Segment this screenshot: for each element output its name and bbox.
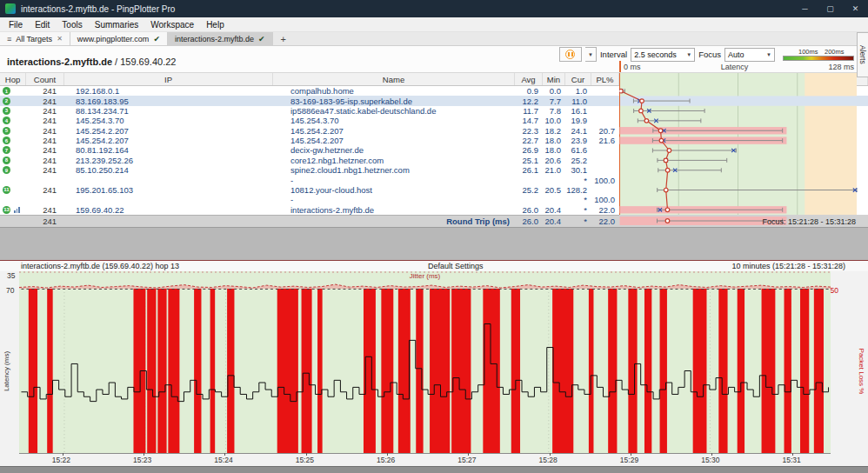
count-cell: 241: [26, 96, 64, 105]
ip-cell: 213.239.252.26: [64, 156, 273, 165]
trace-row-hop-3[interactable]: 324188.134.234.71ip5886ea47.static.kabel…: [0, 106, 868, 116]
hop-number-badge: 2: [3, 97, 10, 105]
ip-cell: 145.254.3.70: [64, 116, 273, 125]
cur-cell: 61.6: [565, 145, 591, 155]
ip-cell: 159.69.40.22: [64, 205, 273, 215]
alerts-side-tab[interactable]: Alerts: [857, 32, 868, 77]
menu-workspace[interactable]: Workspace: [144, 20, 200, 30]
trace-row-hop-6[interactable]: 6241145.254.2.207145.254.2.20722.718.023…: [0, 136, 868, 145]
timeline-range-label[interactable]: 10 minutes (15:21:28 - 15:31:28): [731, 262, 845, 270]
tab-check-icon: ✔: [258, 35, 265, 43]
tab-close-icon[interactable]: ✕: [57, 35, 63, 43]
pl-cell: 20.7: [591, 126, 619, 136]
pause-button[interactable]: [559, 47, 582, 62]
header-ip[interactable]: IP: [64, 73, 273, 85]
alerts-side-tab-label: Alerts: [858, 45, 867, 64]
window-title: interactions-2.myftb.de - PingPlotter Pr…: [21, 4, 175, 14]
trace-row-hop-13[interactable]: 13241159.69.40.22interactions-2.myftb.de…: [0, 205, 868, 215]
ip-cell: 195.201.65.103: [64, 185, 273, 195]
minimize-button[interactable]: ─: [792, 0, 818, 17]
trace-row-hop-7[interactable]: 724180.81.192.164decix-gw.hetzner.de26.9…: [0, 145, 868, 155]
trace-row-hop-5[interactable]: 5241145.254.2.207145.254.2.20722.318.224…: [0, 126, 868, 136]
cur-cell: 128.2: [565, 185, 591, 195]
timeline-target-label[interactable]: interactions-2.myftb.de (159.69.40.22) h…: [21, 262, 179, 270]
timeline-header: interactions-2.myftb.de (159.69.40.22) h…: [0, 261, 868, 271]
cur-cell: 23.9: [565, 136, 591, 145]
trace-row-unknown-10[interactable]: -*100.0: [0, 175, 868, 184]
header-avg[interactable]: Avg: [515, 73, 543, 85]
header-name[interactable]: Name: [273, 73, 515, 85]
hop-cell: 2: [0, 96, 26, 105]
summary-avg: 26.0: [515, 216, 543, 227]
latency-cell: [619, 136, 868, 145]
trace-row-hop-11[interactable]: 11241195.201.65.10310812.your-cloud.host…: [0, 185, 868, 195]
pl-cell: [591, 116, 619, 125]
hop-cell: [0, 195, 26, 204]
target-ip: 159.69.40.22: [120, 57, 176, 67]
count-cell: 241: [26, 156, 64, 165]
cur-cell: 19.9: [565, 116, 591, 125]
trace-row-hop-8[interactable]: 8241213.239.252.26core12.nbg1.hetzner.co…: [0, 156, 868, 165]
timeline-settings-label[interactable]: Default Settings: [428, 262, 484, 270]
latency-axis-title: Latency (ms): [3, 351, 10, 391]
menu-edit[interactable]: Edit: [29, 20, 56, 30]
tab-label: All Targets: [16, 35, 52, 43]
trace-table: Hop Count IP Name Avg Min Cur PL% 124119…: [0, 73, 868, 227]
hop-number-badge: 5: [3, 127, 10, 135]
header-pl[interactable]: PL%: [591, 73, 619, 85]
name-cell: 145.254.2.207: [273, 126, 515, 136]
menu-tools[interactable]: Tools: [56, 20, 88, 30]
trace-row-hop-9[interactable]: 924185.10.250.214spine2.cloud1.nbg1.hetz…: [0, 165, 868, 175]
close-button[interactable]: ✕: [843, 0, 868, 17]
header-min[interactable]: Min: [543, 73, 565, 85]
count-cell: 241: [26, 165, 64, 175]
cur-cell: *: [565, 205, 591, 215]
trace-row-unknown-12[interactable]: -*100.0: [0, 195, 868, 204]
count-cell: [26, 195, 64, 204]
pause-dropdown-button[interactable]: ▼: [585, 47, 597, 62]
summary-row: 241 Round Trip (ms) 26.0 20.4 * 22.0 Foc…: [0, 215, 868, 227]
maximize-button[interactable]: ▢: [818, 0, 843, 17]
cur-cell: 11.0: [565, 96, 591, 105]
pl-cell: [591, 96, 619, 105]
hop-cell: 3: [0, 106, 26, 116]
header-cur[interactable]: Cur: [565, 73, 591, 85]
timeline-graph[interactable]: 70 50 Latency (ms) Packet Loss %: [0, 289, 868, 454]
pingplotter-window: interactions-2.myftb.de - PingPlotter Pr…: [0, 0, 868, 473]
summary-label: Round Trip (ms): [273, 216, 515, 227]
min-cell: 0.0: [543, 86, 565, 96]
trace-row-hop-2[interactable]: 224183.169.183.9583-169-183-95-isp.super…: [0, 96, 868, 105]
new-tab-button[interactable]: +: [273, 32, 294, 45]
panel-splitter[interactable]: [0, 227, 868, 260]
latency-column-title: Latency: [721, 63, 749, 71]
avg-cell: 26.9: [515, 145, 543, 155]
avg-cell: 26.1: [515, 165, 543, 175]
header-count[interactable]: Count: [26, 73, 64, 85]
header-latency-graph[interactable]: [619, 73, 868, 85]
header-hop[interactable]: Hop: [0, 73, 26, 85]
menu-summaries[interactable]: Summaries: [89, 20, 145, 30]
latency-cell: [619, 165, 868, 175]
focus-select[interactable]: Auto▼: [724, 48, 775, 62]
min-cell: [543, 175, 565, 184]
interval-select[interactable]: 2.5 seconds▼: [631, 48, 695, 62]
time-label-15-24: 15:24: [214, 456, 232, 464]
name-cell: 145.254.2.207: [273, 136, 515, 145]
tab-www-pingplotter-com[interactable]: www.pingplotter.com✔: [70, 32, 168, 45]
tab-interactions-2-myftb-de[interactable]: interactions-2.myftb.de✔: [168, 32, 273, 45]
hop-cell: 7: [0, 145, 26, 155]
ip-cell: 192.168.0.1: [64, 86, 273, 96]
menu-file[interactable]: File: [3, 20, 29, 30]
trace-row-hop-1[interactable]: 1241192.168.0.1compalhub.home0.90.01.0: [0, 86, 868, 96]
tab-label: interactions-2.myftb.de: [175, 35, 254, 43]
tab-all-targets[interactable]: ≡All Targets✕: [0, 32, 70, 45]
trace-row-hop-4[interactable]: 4241145.254.3.70145.254.3.7014.710.019.9: [0, 116, 868, 125]
menu-help[interactable]: Help: [200, 20, 230, 30]
legend-200ms-label: 200ms: [825, 48, 845, 56]
count-cell: 241: [26, 116, 64, 125]
pl-cell: [591, 156, 619, 165]
name-cell: 145.254.3.70: [273, 116, 515, 125]
timeline-panel: interactions-2.myftb.de (159.69.40.22) h…: [0, 260, 868, 466]
pause-icon: [565, 50, 575, 59]
interval-value: 2.5 seconds: [634, 50, 677, 59]
